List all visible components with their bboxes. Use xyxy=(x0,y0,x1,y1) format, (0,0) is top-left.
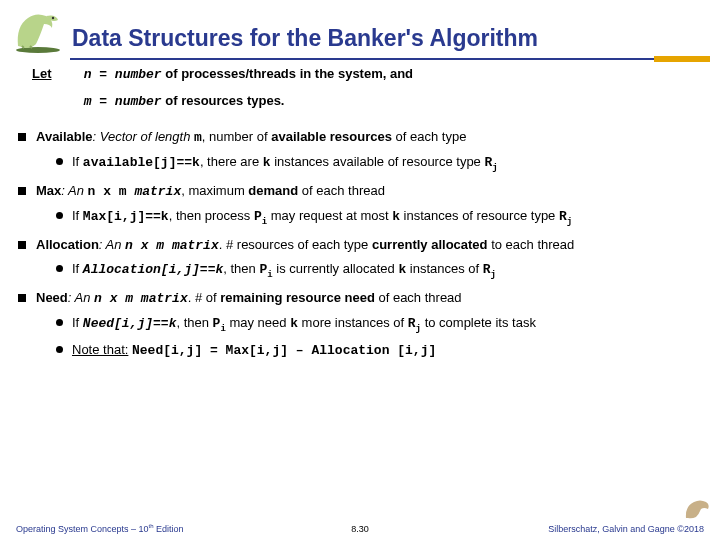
bullet-need-sub: If Need[i,j]==k, then Pi may need k more… xyxy=(56,315,706,335)
bullet-max-sub: If Max[i,j]==k, then process Pi may requ… xyxy=(56,208,706,228)
dinosaur-logo xyxy=(6,6,66,54)
bullet-available: Available: Vector of length m, number of… xyxy=(18,129,706,174)
bullet-available-sub: If available[j]==k, there are k instance… xyxy=(56,154,706,174)
slide-body: Let n = number of processes/threads in t… xyxy=(0,66,720,360)
let-line-m: m = number of resources types. xyxy=(84,93,413,111)
let-line-n: n = number of processes/threads in the s… xyxy=(84,66,413,84)
svg-point-1 xyxy=(52,17,54,19)
let-label: Let xyxy=(32,66,80,83)
slide-header: Data Structures for the Banker's Algorit… xyxy=(0,0,720,54)
dinosaur-corner-icon xyxy=(682,496,716,522)
footer-page-number: 8.30 xyxy=(216,524,504,534)
let-block: Let n = number of processes/threads in t… xyxy=(14,66,706,119)
bullet-max: Max: An n x m matrix, maximum demand of … xyxy=(18,183,706,228)
footer-right: Silberschatz, Galvin and Gagne ©2018 xyxy=(504,524,704,534)
bullet-allocation: Allocation: An n x m matrix. # resources… xyxy=(18,237,706,282)
bullet-need-note: Note that: Need[i,j] = Max[i,j] – Alloca… xyxy=(56,342,706,360)
bullet-allocation-sub: If Allocation[i,j]==k, then Pi is curren… xyxy=(56,261,706,281)
slide-title: Data Structures for the Banker's Algorit… xyxy=(72,25,538,54)
title-rule xyxy=(70,56,710,62)
bullet-need: Need: An n x m matrix. # of remaining re… xyxy=(18,290,706,359)
footer-left: Operating System Concepts – 10th Edition xyxy=(16,523,216,534)
slide-footer: Operating System Concepts – 10th Edition… xyxy=(0,523,720,534)
